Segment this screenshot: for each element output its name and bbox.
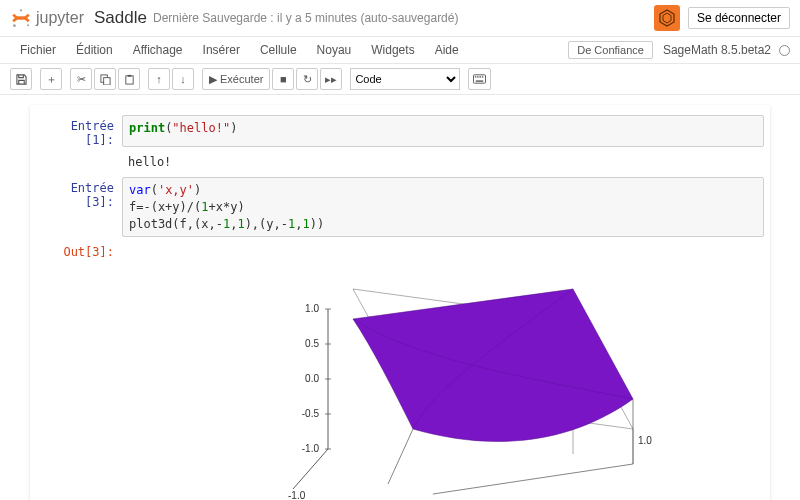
code-input[interactable]: var('x,y') f=-(x+y)/(1+x*y) plot3d(f,(x,… — [122, 177, 764, 237]
arrow-up-icon: ↑ — [156, 73, 162, 85]
menu-affichage[interactable]: Affichage — [123, 37, 193, 63]
cut-button[interactable]: ✂ — [70, 68, 92, 90]
svg-marker-3 — [660, 10, 674, 26]
svg-text:0.0: 0.0 — [305, 373, 319, 384]
toolbar: ＋ ✂ ↑ ↓ ▶Exécuter ■ ↻ ▸▸ Code — [0, 64, 800, 95]
logout-button[interactable]: Se déconnecter — [688, 7, 790, 29]
svg-marker-4 — [663, 13, 671, 23]
kernel-name[interactable]: SageMath 8.5.beta2 — [663, 43, 775, 57]
trusted-indicator[interactable]: De Confiance — [568, 41, 653, 59]
svg-line-26 — [293, 449, 328, 489]
svg-rect-7 — [125, 75, 132, 83]
kernel-logo[interactable] — [654, 5, 680, 31]
menu-widgets[interactable]: Widgets — [361, 37, 424, 63]
run-button[interactable]: ▶Exécuter — [202, 68, 270, 90]
svg-rect-12 — [480, 76, 481, 77]
move-up-button[interactable]: ↑ — [148, 68, 170, 90]
copy-button[interactable] — [94, 68, 116, 90]
save-icon — [16, 74, 27, 85]
input-prompt: Entrée [3]: — [36, 177, 122, 237]
notebook-name[interactable]: Saddle — [94, 8, 147, 28]
paste-icon — [124, 74, 135, 85]
paste-button[interactable] — [118, 68, 140, 90]
input-prompt: Entrée [1]: — [36, 115, 122, 147]
add-cell-button[interactable]: ＋ — [40, 68, 62, 90]
sage-icon — [657, 8, 677, 28]
menu-noyau[interactable]: Noyau — [307, 37, 362, 63]
menu-cellule[interactable]: Cellule — [250, 37, 307, 63]
command-palette-button[interactable] — [468, 68, 491, 90]
svg-text:-1.0: -1.0 — [302, 443, 320, 454]
cell-type-select[interactable]: Code — [350, 68, 460, 90]
restart-icon: ↻ — [303, 73, 312, 86]
menubar: FichierÉditionAffichageInsérerCelluleNoy… — [0, 37, 800, 64]
svg-point-0 — [20, 9, 22, 11]
output-cell: Out[3]:-1.0-0.50.00.51.0-1.01.0 — [30, 239, 770, 500]
restart-run-all-button[interactable]: ▸▸ — [320, 68, 342, 90]
notebook-container: Entrée [1]:print("hello!")hello!Entrée [… — [30, 105, 770, 500]
move-down-button[interactable]: ↓ — [172, 68, 194, 90]
run-icon: ▶ — [209, 73, 217, 86]
arrow-down-icon: ↓ — [180, 73, 186, 85]
svg-text:1.0: 1.0 — [638, 435, 652, 446]
logo-text: jupyter — [36, 9, 84, 27]
output-prompt: Out[3]: — [36, 241, 122, 500]
save-button[interactable] — [10, 68, 32, 90]
menu-insérer[interactable]: Insérer — [193, 37, 250, 63]
save-status: Dernière Sauvegarde : il y a 5 minutes (… — [153, 11, 459, 25]
code-cell[interactable]: Entrée [1]:print("hello!") — [30, 113, 770, 149]
svg-text:-0.5: -0.5 — [302, 408, 320, 419]
interrupt-button[interactable]: ■ — [272, 68, 294, 90]
svg-text:0.5: 0.5 — [305, 338, 319, 349]
svg-rect-9 — [474, 75, 486, 83]
fast-forward-icon: ▸▸ — [325, 73, 337, 86]
menu-édition[interactable]: Édition — [66, 37, 123, 63]
svg-rect-10 — [475, 76, 476, 77]
svg-point-1 — [13, 24, 16, 27]
header-bar: jupyter Saddle Dernière Sauvegarde : il … — [0, 0, 800, 37]
cut-icon: ✂ — [77, 73, 86, 86]
output-cell: hello! — [30, 149, 770, 175]
copy-icon — [100, 74, 111, 85]
menu-aide[interactable]: Aide — [425, 37, 469, 63]
svg-text:-1.0: -1.0 — [288, 490, 306, 500]
stdout-output: hello! — [122, 151, 764, 173]
code-cell[interactable]: Entrée [3]:var('x,y') f=-(x+y)/(1+x*y) p… — [30, 175, 770, 239]
svg-rect-14 — [476, 80, 483, 81]
run-label: Exécuter — [220, 73, 263, 85]
plus-icon: ＋ — [46, 72, 57, 87]
svg-rect-6 — [103, 77, 109, 84]
kernel-busy-indicator — [779, 45, 790, 56]
code-input[interactable]: print("hello!") — [122, 115, 764, 147]
svg-point-2 — [27, 24, 29, 26]
stop-icon: ■ — [280, 73, 287, 85]
jupyter-icon — [10, 7, 32, 29]
svg-rect-8 — [127, 74, 131, 76]
svg-rect-13 — [482, 76, 483, 77]
restart-button[interactable]: ↻ — [296, 68, 318, 90]
svg-rect-11 — [478, 76, 479, 77]
jupyter-logo[interactable]: jupyter — [10, 7, 84, 29]
keyboard-icon — [473, 74, 486, 84]
svg-text:1.0: 1.0 — [305, 303, 319, 314]
plot3d-output[interactable]: -1.0-0.50.00.51.0-1.01.0 — [122, 241, 764, 500]
menu-fichier[interactable]: Fichier — [10, 37, 66, 63]
